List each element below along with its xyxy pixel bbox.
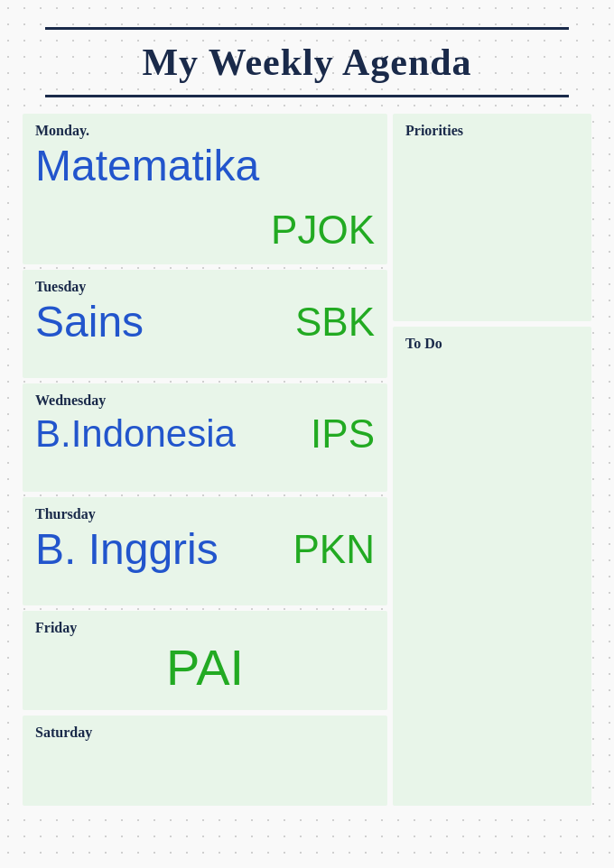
header-bottom-line (45, 95, 569, 97)
thursday-cell: Thursday B. Inggris PKN (23, 497, 387, 605)
todo-label: To Do (405, 336, 579, 352)
thursday-label: Thursday (35, 506, 375, 522)
page-title: My Weekly Agenda (23, 41, 591, 84)
saturday-cell: Saturday (23, 716, 387, 806)
thursday-subjects: B. Inggris PKN (35, 526, 375, 574)
friday-label: Friday (35, 620, 375, 636)
monday-subject-1: Matematika (35, 143, 259, 190)
header: My Weekly Agenda (23, 27, 591, 97)
tuesday-subject-2: SBK (295, 300, 375, 344)
header-top-line (45, 27, 569, 30)
monday-subjects: Matematika PJOK (35, 143, 375, 252)
friday-subject-1: PAI (166, 640, 244, 696)
page: My Weekly Agenda Monday. Matematika PJOK… (0, 0, 614, 868)
todo-cell: To Do (393, 327, 591, 806)
monday-subject-2: PJOK (271, 208, 375, 252)
wednesday-subject-2: IPS (311, 412, 375, 456)
wednesday-label: Wednesday (35, 392, 375, 409)
wednesday-subject-1: B.Indonesia (35, 413, 236, 455)
friday-cell: Friday PAI (23, 611, 387, 710)
saturday-label: Saturday (35, 725, 375, 741)
friday-subjects: PAI (35, 640, 375, 696)
monday-label: Monday. (35, 123, 375, 139)
tuesday-subjects: Sains SBK (35, 299, 375, 346)
thursday-subject-2: PKN (293, 528, 375, 571)
tuesday-cell: Tuesday Sains SBK (23, 270, 387, 378)
priorities-label: Priorities (405, 123, 579, 139)
thursday-subject-1: B. Inggris (35, 526, 219, 574)
main-grid: Monday. Matematika PJOK Tuesday Sains SB… (23, 114, 591, 806)
priorities-cell: Priorities (393, 114, 591, 321)
right-column: Priorities To Do (393, 114, 591, 806)
tuesday-label: Tuesday (35, 279, 375, 295)
wednesday-subjects: B.Indonesia IPS (35, 412, 375, 456)
wednesday-cell: Wednesday B.Indonesia IPS (23, 383, 387, 492)
monday-cell: Monday. Matematika PJOK (23, 114, 387, 264)
left-column: Monday. Matematika PJOK Tuesday Sains SB… (23, 114, 387, 806)
tuesday-subject-1: Sains (35, 299, 144, 346)
